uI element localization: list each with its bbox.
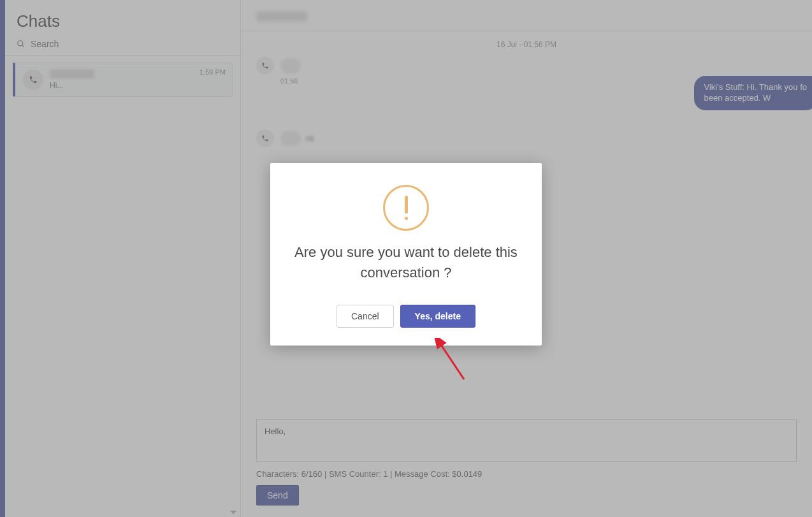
confirm-dialog: Are you sure you want to delete this con… xyxy=(270,163,542,346)
confirm-delete-button[interactable]: Yes, delete xyxy=(400,305,475,328)
warning-icon xyxy=(383,185,429,231)
modal-overlay: Are you sure you want to delete this con… xyxy=(0,0,812,517)
dialog-message: Are you sure you want to delete this con… xyxy=(287,242,525,283)
dialog-actions: Cancel Yes, delete xyxy=(287,305,525,328)
cancel-button[interactable]: Cancel xyxy=(337,305,394,328)
